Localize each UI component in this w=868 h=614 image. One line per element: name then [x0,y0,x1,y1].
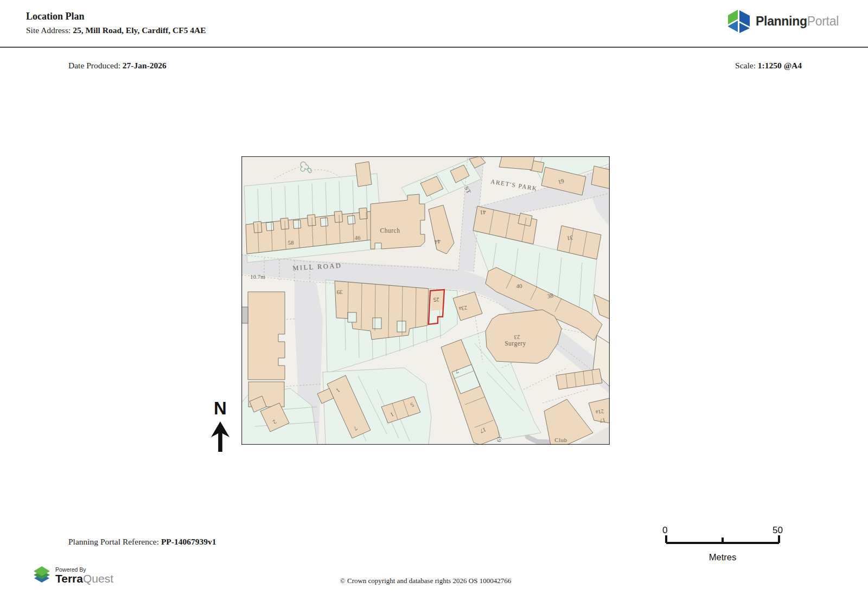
map-label: 17 [599,417,605,424]
map-label: 39 [336,289,343,296]
location-plan-map: MILL ROAD10.7m5846Church44STARET'S PARK1… [241,156,610,445]
map-label: 46 [355,234,361,241]
planning-reference-label: Planning Portal Reference: [68,537,161,546]
planning-portal-icon [727,9,751,34]
scale-value: 1:1250 @A4 [758,61,802,70]
map-label: 25 [433,297,439,303]
north-arrow: N [208,399,232,454]
map-label: Surgery [505,340,526,347]
north-label: N [208,399,232,417]
site-address-label: Site Address: [26,25,73,35]
north-arrow-icon [210,421,231,452]
scalebar-end: 50 [773,525,783,536]
scalebar [665,535,780,545]
map-label: 10.7m [250,273,265,280]
date-produced: Date Produced: 27-Jan-2026 [68,61,167,71]
header-divider [0,47,868,48]
map-label: Church [380,227,400,234]
page-title: Location Plan [26,11,85,22]
planning-portal-wordmark: PlanningPortal [756,14,839,29]
wordmark-planning: Planning [756,14,807,28]
planning-reference: Planning Portal Reference: PP-14067939v1 [68,537,216,547]
wordmark-portal: Portal [807,14,839,28]
map-label: Club [554,437,567,443]
date-label: Date Produced: [68,61,123,70]
map-label: 19 [496,436,503,442]
map-label: 58 [288,239,295,246]
terraquest-icon [33,566,51,583]
planning-portal-logo: PlanningPortal [727,9,839,34]
scalebar-start: 0 [662,525,667,536]
terraquest-logo: Powered By TerraQuest [33,566,113,584]
date-value: 27-Jan-2026 [123,61,167,70]
planning-reference-value: PP-14067939v1 [161,537,216,546]
scalebar-unit: Metres [665,552,780,562]
map-label: 44 [434,238,441,245]
site-address-value: 25, Mill Road, Ely, Cardiff, CF5 4AE [73,25,206,35]
scale-note: Scale: 1:1250 @A4 [735,61,802,71]
copyright-note: © Crown copyright and database rights 20… [241,577,610,585]
scale-label: Scale: [735,61,758,70]
map-label: 41 [480,209,486,216]
site-address: Site Address: 25, Mill Road, Ely, Cardif… [26,25,206,35]
map-canvas: MILL ROAD10.7m5846Church44STARET'S PARK1… [241,156,610,445]
location-plan-document: Location Plan Site Address: 25, Mill Roa… [0,0,868,614]
wordmark-terra: Terra [55,572,83,585]
map-label: 31 [566,234,573,241]
wordmark-quest: Quest [83,572,113,585]
terraquest-wordmark: Powered By TerraQuest [55,566,113,584]
map-label: 40 [516,283,523,289]
